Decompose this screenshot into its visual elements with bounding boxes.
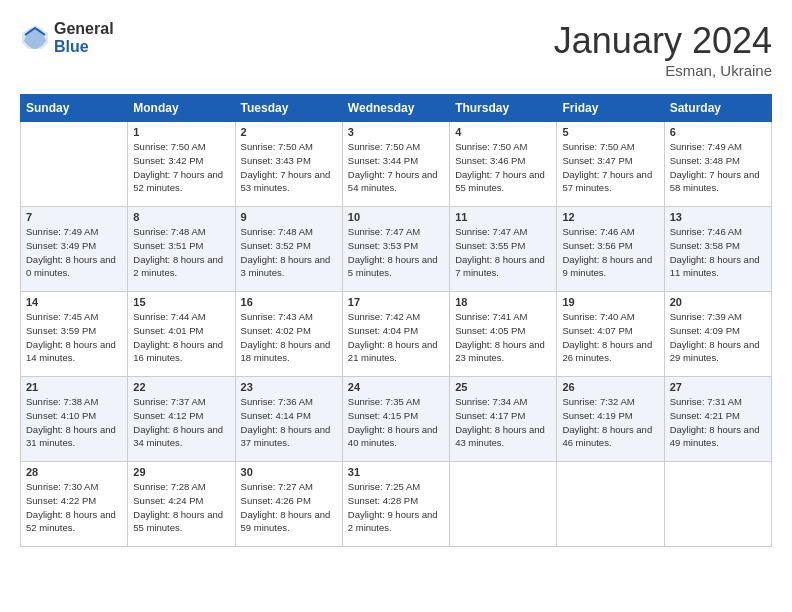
day-number: 24 — [348, 381, 444, 393]
day-info: Sunrise: 7:38 AMSunset: 4:10 PMDaylight:… — [26, 395, 122, 450]
day-number: 10 — [348, 211, 444, 223]
day-info: Sunrise: 7:50 AMSunset: 3:47 PMDaylight:… — [562, 140, 658, 195]
day-number: 22 — [133, 381, 229, 393]
calendar-cell: 5Sunrise: 7:50 AMSunset: 3:47 PMDaylight… — [557, 122, 664, 207]
day-number: 23 — [241, 381, 337, 393]
calendar-cell: 31Sunrise: 7:25 AMSunset: 4:28 PMDayligh… — [342, 462, 449, 547]
calendar-cell: 22Sunrise: 7:37 AMSunset: 4:12 PMDayligh… — [128, 377, 235, 462]
calendar-week-3: 14Sunrise: 7:45 AMSunset: 3:59 PMDayligh… — [21, 292, 772, 377]
calendar-cell: 12Sunrise: 7:46 AMSunset: 3:56 PMDayligh… — [557, 207, 664, 292]
day-info: Sunrise: 7:49 AMSunset: 3:49 PMDaylight:… — [26, 225, 122, 280]
calendar-cell: 14Sunrise: 7:45 AMSunset: 3:59 PMDayligh… — [21, 292, 128, 377]
calendar-cell: 20Sunrise: 7:39 AMSunset: 4:09 PMDayligh… — [664, 292, 771, 377]
calendar-week-4: 21Sunrise: 7:38 AMSunset: 4:10 PMDayligh… — [21, 377, 772, 462]
calendar-cell: 6Sunrise: 7:49 AMSunset: 3:48 PMDaylight… — [664, 122, 771, 207]
calendar-cell — [450, 462, 557, 547]
day-number: 5 — [562, 126, 658, 138]
column-header-tuesday: Tuesday — [235, 95, 342, 122]
day-info: Sunrise: 7:30 AMSunset: 4:22 PMDaylight:… — [26, 480, 122, 535]
column-header-sunday: Sunday — [21, 95, 128, 122]
day-number: 21 — [26, 381, 122, 393]
calendar-cell: 30Sunrise: 7:27 AMSunset: 4:26 PMDayligh… — [235, 462, 342, 547]
calendar-cell — [664, 462, 771, 547]
calendar-cell: 7Sunrise: 7:49 AMSunset: 3:49 PMDaylight… — [21, 207, 128, 292]
calendar-cell: 9Sunrise: 7:48 AMSunset: 3:52 PMDaylight… — [235, 207, 342, 292]
calendar-week-5: 28Sunrise: 7:30 AMSunset: 4:22 PMDayligh… — [21, 462, 772, 547]
calendar-cell: 17Sunrise: 7:42 AMSunset: 4:04 PMDayligh… — [342, 292, 449, 377]
day-info: Sunrise: 7:35 AMSunset: 4:15 PMDaylight:… — [348, 395, 444, 450]
logo-icon — [20, 23, 50, 53]
day-info: Sunrise: 7:40 AMSunset: 4:07 PMDaylight:… — [562, 310, 658, 365]
calendar-cell: 4Sunrise: 7:50 AMSunset: 3:46 PMDaylight… — [450, 122, 557, 207]
page-container: General Blue January 2024 Esman, Ukraine… — [0, 0, 792, 557]
calendar-cell — [21, 122, 128, 207]
day-number: 29 — [133, 466, 229, 478]
day-info: Sunrise: 7:27 AMSunset: 4:26 PMDaylight:… — [241, 480, 337, 535]
day-info: Sunrise: 7:47 AMSunset: 3:53 PMDaylight:… — [348, 225, 444, 280]
column-header-wednesday: Wednesday — [342, 95, 449, 122]
day-number: 30 — [241, 466, 337, 478]
logo-blue: Blue — [54, 38, 114, 56]
header-row: SundayMondayTuesdayWednesdayThursdayFrid… — [21, 95, 772, 122]
column-header-monday: Monday — [128, 95, 235, 122]
day-info: Sunrise: 7:49 AMSunset: 3:48 PMDaylight:… — [670, 140, 766, 195]
day-number: 6 — [670, 126, 766, 138]
column-header-thursday: Thursday — [450, 95, 557, 122]
day-number: 7 — [26, 211, 122, 223]
logo-general: General — [54, 20, 114, 38]
day-number: 11 — [455, 211, 551, 223]
day-info: Sunrise: 7:46 AMSunset: 3:58 PMDaylight:… — [670, 225, 766, 280]
column-header-friday: Friday — [557, 95, 664, 122]
day-number: 2 — [241, 126, 337, 138]
calendar-cell: 25Sunrise: 7:34 AMSunset: 4:17 PMDayligh… — [450, 377, 557, 462]
day-number: 16 — [241, 296, 337, 308]
day-info: Sunrise: 7:50 AMSunset: 3:43 PMDaylight:… — [241, 140, 337, 195]
calendar-cell: 27Sunrise: 7:31 AMSunset: 4:21 PMDayligh… — [664, 377, 771, 462]
calendar-cell: 11Sunrise: 7:47 AMSunset: 3:55 PMDayligh… — [450, 207, 557, 292]
day-info: Sunrise: 7:36 AMSunset: 4:14 PMDaylight:… — [241, 395, 337, 450]
calendar-week-1: 1Sunrise: 7:50 AMSunset: 3:42 PMDaylight… — [21, 122, 772, 207]
day-info: Sunrise: 7:44 AMSunset: 4:01 PMDaylight:… — [133, 310, 229, 365]
day-number: 19 — [562, 296, 658, 308]
day-info: Sunrise: 7:43 AMSunset: 4:02 PMDaylight:… — [241, 310, 337, 365]
day-info: Sunrise: 7:48 AMSunset: 3:52 PMDaylight:… — [241, 225, 337, 280]
day-info: Sunrise: 7:34 AMSunset: 4:17 PMDaylight:… — [455, 395, 551, 450]
day-number: 26 — [562, 381, 658, 393]
day-number: 1 — [133, 126, 229, 138]
calendar-cell: 29Sunrise: 7:28 AMSunset: 4:24 PMDayligh… — [128, 462, 235, 547]
day-info: Sunrise: 7:42 AMSunset: 4:04 PMDaylight:… — [348, 310, 444, 365]
day-info: Sunrise: 7:50 AMSunset: 3:44 PMDaylight:… — [348, 140, 444, 195]
day-info: Sunrise: 7:47 AMSunset: 3:55 PMDaylight:… — [455, 225, 551, 280]
day-number: 18 — [455, 296, 551, 308]
calendar-cell: 8Sunrise: 7:48 AMSunset: 3:51 PMDaylight… — [128, 207, 235, 292]
day-info: Sunrise: 7:48 AMSunset: 3:51 PMDaylight:… — [133, 225, 229, 280]
calendar-cell: 26Sunrise: 7:32 AMSunset: 4:19 PMDayligh… — [557, 377, 664, 462]
calendar-cell: 10Sunrise: 7:47 AMSunset: 3:53 PMDayligh… — [342, 207, 449, 292]
day-info: Sunrise: 7:41 AMSunset: 4:05 PMDaylight:… — [455, 310, 551, 365]
calendar-cell: 23Sunrise: 7:36 AMSunset: 4:14 PMDayligh… — [235, 377, 342, 462]
logo: General Blue — [20, 20, 114, 55]
day-info: Sunrise: 7:50 AMSunset: 3:46 PMDaylight:… — [455, 140, 551, 195]
calendar-cell: 2Sunrise: 7:50 AMSunset: 3:43 PMDaylight… — [235, 122, 342, 207]
column-header-saturday: Saturday — [664, 95, 771, 122]
day-number: 12 — [562, 211, 658, 223]
calendar-cell — [557, 462, 664, 547]
day-info: Sunrise: 7:25 AMSunset: 4:28 PMDaylight:… — [348, 480, 444, 535]
day-info: Sunrise: 7:37 AMSunset: 4:12 PMDaylight:… — [133, 395, 229, 450]
calendar-cell: 24Sunrise: 7:35 AMSunset: 4:15 PMDayligh… — [342, 377, 449, 462]
day-number: 20 — [670, 296, 766, 308]
day-info: Sunrise: 7:46 AMSunset: 3:56 PMDaylight:… — [562, 225, 658, 280]
logo-text: General Blue — [54, 20, 114, 55]
location-subtitle: Esman, Ukraine — [554, 62, 772, 79]
calendar-cell: 28Sunrise: 7:30 AMSunset: 4:22 PMDayligh… — [21, 462, 128, 547]
calendar-cell: 19Sunrise: 7:40 AMSunset: 4:07 PMDayligh… — [557, 292, 664, 377]
day-number: 31 — [348, 466, 444, 478]
calendar-cell: 3Sunrise: 7:50 AMSunset: 3:44 PMDaylight… — [342, 122, 449, 207]
calendar-cell: 13Sunrise: 7:46 AMSunset: 3:58 PMDayligh… — [664, 207, 771, 292]
day-info: Sunrise: 7:28 AMSunset: 4:24 PMDaylight:… — [133, 480, 229, 535]
day-info: Sunrise: 7:45 AMSunset: 3:59 PMDaylight:… — [26, 310, 122, 365]
calendar-cell: 16Sunrise: 7:43 AMSunset: 4:02 PMDayligh… — [235, 292, 342, 377]
day-number: 4 — [455, 126, 551, 138]
calendar-table: SundayMondayTuesdayWednesdayThursdayFrid… — [20, 94, 772, 547]
day-number: 25 — [455, 381, 551, 393]
